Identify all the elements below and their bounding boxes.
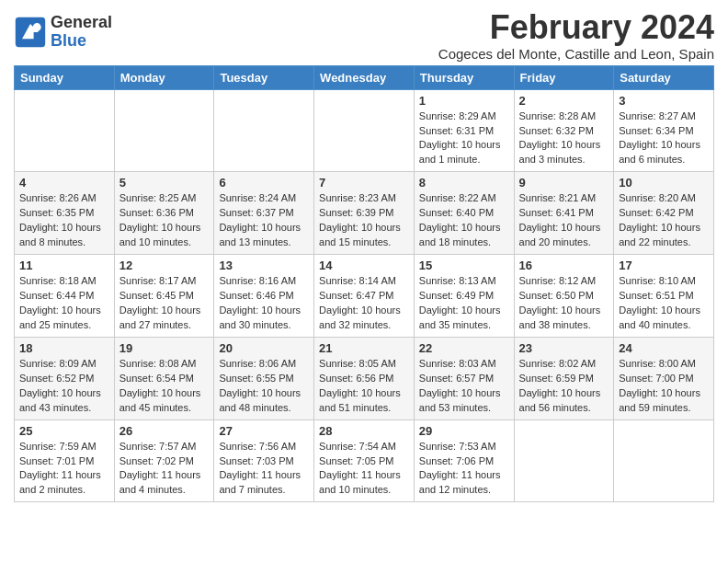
week-row-3: 18Sunrise: 8:09 AMSunset: 6:52 PMDayligh… bbox=[15, 337, 714, 419]
calendar-cell: 29Sunrise: 7:53 AMSunset: 7:06 PMDayligh… bbox=[414, 419, 514, 502]
header: General Blue February 2024 Cogeces del M… bbox=[14, 9, 714, 62]
day-info: Sunrise: 8:14 AMSunset: 6:47 PMDaylight:… bbox=[319, 274, 409, 333]
day-number: 11 bbox=[19, 259, 109, 272]
calendar-cell: 8Sunrise: 8:22 AMSunset: 6:40 PMDaylight… bbox=[414, 172, 514, 255]
day-info: Sunrise: 7:53 AMSunset: 7:06 PMDaylight:… bbox=[419, 440, 509, 499]
day-number: 1 bbox=[419, 94, 509, 108]
calendar-cell: 13Sunrise: 8:16 AMSunset: 6:46 PMDayligh… bbox=[214, 255, 314, 338]
day-number: 14 bbox=[319, 259, 409, 272]
day-number: 3 bbox=[619, 94, 709, 108]
calendar-cell: 6Sunrise: 8:24 AMSunset: 6:37 PMDaylight… bbox=[214, 172, 314, 255]
day-info: Sunrise: 8:16 AMSunset: 6:46 PMDaylight:… bbox=[219, 274, 309, 333]
day-info: Sunrise: 8:24 AMSunset: 6:37 PMDaylight:… bbox=[219, 191, 309, 250]
day-number: 26 bbox=[119, 424, 210, 438]
calendar-cell: 10Sunrise: 8:20 AMSunset: 6:42 PMDayligh… bbox=[614, 172, 714, 255]
calendar-cell: 19Sunrise: 8:08 AMSunset: 6:54 PMDayligh… bbox=[114, 337, 214, 419]
day-number: 5 bbox=[119, 176, 210, 190]
day-number: 23 bbox=[519, 341, 609, 355]
day-info: Sunrise: 8:10 AMSunset: 6:51 PMDaylight:… bbox=[619, 274, 709, 333]
calendar: SundayMondayTuesdayWednesdayThursdayFrid… bbox=[14, 65, 714, 503]
day-info: Sunrise: 7:59 AMSunset: 7:01 PMDaylight:… bbox=[19, 440, 109, 499]
day-number: 6 bbox=[219, 176, 309, 190]
col-header-saturday: Saturday bbox=[614, 65, 714, 89]
day-number: 22 bbox=[419, 341, 509, 355]
week-row-2: 11Sunrise: 8:18 AMSunset: 6:44 PMDayligh… bbox=[15, 255, 714, 338]
calendar-cell bbox=[314, 89, 415, 172]
col-header-sunday: Sunday bbox=[15, 65, 115, 89]
day-number: 16 bbox=[519, 259, 609, 272]
calendar-cell: 4Sunrise: 8:26 AMSunset: 6:35 PMDaylight… bbox=[15, 172, 115, 255]
day-info: Sunrise: 8:22 AMSunset: 6:40 PMDaylight:… bbox=[419, 191, 509, 250]
day-number: 27 bbox=[219, 424, 309, 438]
day-info: Sunrise: 8:21 AMSunset: 6:41 PMDaylight:… bbox=[519, 191, 609, 250]
day-info: Sunrise: 7:54 AMSunset: 7:05 PMDaylight:… bbox=[319, 440, 409, 499]
day-info: Sunrise: 8:25 AMSunset: 6:36 PMDaylight:… bbox=[119, 191, 210, 250]
day-info: Sunrise: 8:09 AMSunset: 6:52 PMDaylight:… bbox=[19, 357, 109, 416]
day-info: Sunrise: 8:26 AMSunset: 6:35 PMDaylight:… bbox=[19, 191, 109, 250]
col-header-monday: Monday bbox=[114, 65, 214, 89]
calendar-cell: 3Sunrise: 8:27 AMSunset: 6:34 PMDaylight… bbox=[614, 89, 714, 172]
calendar-cell: 1Sunrise: 8:29 AMSunset: 6:31 PMDaylight… bbox=[414, 89, 514, 172]
day-number: 7 bbox=[319, 176, 409, 190]
day-info: Sunrise: 8:00 AMSunset: 7:00 PMDaylight:… bbox=[619, 357, 709, 416]
col-header-friday: Friday bbox=[514, 65, 614, 89]
day-info: Sunrise: 7:56 AMSunset: 7:03 PMDaylight:… bbox=[219, 440, 309, 499]
calendar-cell: 20Sunrise: 8:06 AMSunset: 6:55 PMDayligh… bbox=[214, 337, 314, 419]
day-number: 25 bbox=[19, 424, 109, 438]
col-header-tuesday: Tuesday bbox=[214, 65, 314, 89]
day-info: Sunrise: 8:28 AMSunset: 6:32 PMDaylight:… bbox=[519, 109, 609, 168]
calendar-cell: 9Sunrise: 8:21 AMSunset: 6:41 PMDaylight… bbox=[514, 172, 614, 255]
day-number: 19 bbox=[119, 341, 210, 355]
calendar-header-row: SundayMondayTuesdayWednesdayThursdayFrid… bbox=[15, 65, 714, 89]
calendar-cell: 17Sunrise: 8:10 AMSunset: 6:51 PMDayligh… bbox=[614, 255, 714, 338]
day-info: Sunrise: 8:18 AMSunset: 6:44 PMDaylight:… bbox=[19, 274, 109, 333]
calendar-cell: 28Sunrise: 7:54 AMSunset: 7:05 PMDayligh… bbox=[314, 419, 415, 502]
day-info: Sunrise: 8:03 AMSunset: 6:57 PMDaylight:… bbox=[419, 357, 509, 416]
day-number: 10 bbox=[619, 176, 709, 190]
day-info: Sunrise: 8:02 AMSunset: 6:59 PMDaylight:… bbox=[519, 357, 609, 416]
month-title: February 2024 bbox=[438, 9, 714, 46]
day-info: Sunrise: 8:20 AMSunset: 6:42 PMDaylight:… bbox=[619, 191, 709, 250]
day-info: Sunrise: 8:05 AMSunset: 6:56 PMDaylight:… bbox=[319, 357, 409, 416]
day-number: 13 bbox=[219, 259, 309, 272]
logo: General Blue bbox=[14, 14, 112, 51]
calendar-cell: 12Sunrise: 8:17 AMSunset: 6:45 PMDayligh… bbox=[114, 255, 214, 338]
day-info: Sunrise: 8:13 AMSunset: 6:49 PMDaylight:… bbox=[419, 274, 509, 333]
calendar-cell bbox=[514, 419, 614, 502]
calendar-cell: 27Sunrise: 7:56 AMSunset: 7:03 PMDayligh… bbox=[214, 419, 314, 502]
day-number: 18 bbox=[19, 341, 109, 355]
calendar-cell: 14Sunrise: 8:14 AMSunset: 6:47 PMDayligh… bbox=[314, 255, 415, 338]
day-number: 20 bbox=[219, 341, 309, 355]
day-info: Sunrise: 8:29 AMSunset: 6:31 PMDaylight:… bbox=[419, 109, 509, 168]
title-area: February 2024 Cogeces del Monte, Castill… bbox=[438, 9, 714, 62]
day-info: Sunrise: 8:27 AMSunset: 6:34 PMDaylight:… bbox=[619, 109, 709, 168]
calendar-cell: 25Sunrise: 7:59 AMSunset: 7:01 PMDayligh… bbox=[15, 419, 115, 502]
day-info: Sunrise: 7:57 AMSunset: 7:02 PMDaylight:… bbox=[119, 440, 210, 499]
day-info: Sunrise: 8:23 AMSunset: 6:39 PMDaylight:… bbox=[319, 191, 409, 250]
day-number: 8 bbox=[419, 176, 509, 190]
calendar-cell: 21Sunrise: 8:05 AMSunset: 6:56 PMDayligh… bbox=[314, 337, 415, 419]
col-header-wednesday: Wednesday bbox=[314, 65, 415, 89]
calendar-cell bbox=[614, 419, 714, 502]
logo-icon bbox=[14, 16, 47, 49]
calendar-cell: 5Sunrise: 8:25 AMSunset: 6:36 PMDaylight… bbox=[114, 172, 214, 255]
day-number: 2 bbox=[519, 94, 609, 108]
day-info: Sunrise: 8:08 AMSunset: 6:54 PMDaylight:… bbox=[119, 357, 210, 416]
calendar-cell: 2Sunrise: 8:28 AMSunset: 6:32 PMDaylight… bbox=[514, 89, 614, 172]
day-info: Sunrise: 8:06 AMSunset: 6:55 PMDaylight:… bbox=[219, 357, 309, 416]
calendar-cell: 18Sunrise: 8:09 AMSunset: 6:52 PMDayligh… bbox=[15, 337, 115, 419]
week-row-4: 25Sunrise: 7:59 AMSunset: 7:01 PMDayligh… bbox=[15, 419, 714, 502]
week-row-0: 1Sunrise: 8:29 AMSunset: 6:31 PMDaylight… bbox=[15, 89, 714, 172]
calendar-cell bbox=[15, 89, 115, 172]
logo-general-text: General bbox=[51, 14, 112, 32]
day-number: 21 bbox=[319, 341, 409, 355]
day-number: 12 bbox=[119, 259, 210, 272]
calendar-cell bbox=[214, 89, 314, 172]
day-info: Sunrise: 8:12 AMSunset: 6:50 PMDaylight:… bbox=[519, 274, 609, 333]
calendar-cell: 16Sunrise: 8:12 AMSunset: 6:50 PMDayligh… bbox=[514, 255, 614, 338]
subtitle: Cogeces del Monte, Castille and Leon, Sp… bbox=[438, 46, 714, 62]
calendar-cell bbox=[114, 89, 214, 172]
day-info: Sunrise: 8:17 AMSunset: 6:45 PMDaylight:… bbox=[119, 274, 210, 333]
calendar-cell: 15Sunrise: 8:13 AMSunset: 6:49 PMDayligh… bbox=[414, 255, 514, 338]
day-number: 15 bbox=[419, 259, 509, 272]
